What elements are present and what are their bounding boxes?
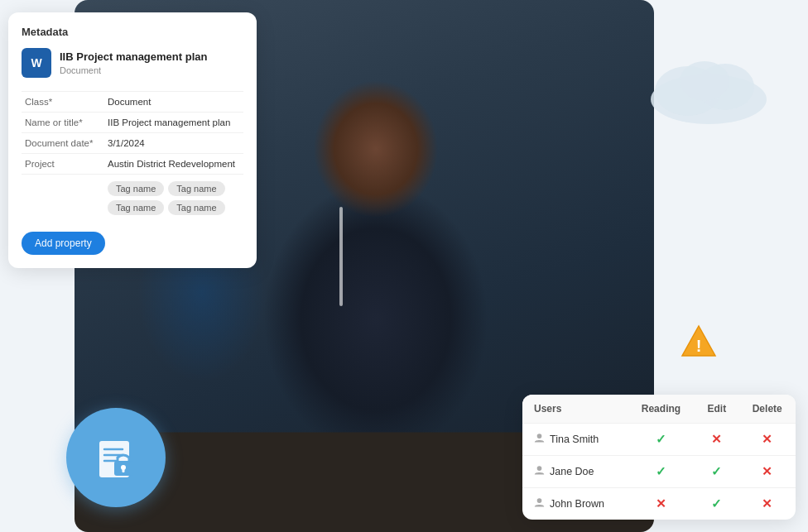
check-jane-edit: ✓ [711,464,722,478]
field-label-name: Name or title* [22,113,104,133]
perm-edit-jane: ✓ [695,456,738,488]
user-icon-john [534,497,545,510]
cross-john-delete: ✕ [762,496,772,510]
tag-2[interactable]: Tag name [168,181,224,196]
check-john-edit: ✓ [711,496,722,510]
doc-name: IIB Project management plan [60,50,207,65]
doc-info: IIB Project management plan Document [60,50,207,76]
svg-point-15 [537,498,542,503]
check-tina-reading: ✓ [656,432,666,446]
warning-icon: ! [681,323,717,362]
doc-type: Document [60,65,207,75]
tag-4[interactable]: Tag name [168,200,224,215]
user-cell-john: John Brown [534,497,618,510]
cross-tina-edit: ✕ [711,432,722,446]
metadata-row-class: Class* Document [22,92,243,113]
metadata-row-name: Name or title* IIB Project management pl… [22,113,243,133]
permissions-header-row: Users Reading Edit Delete [522,395,796,424]
perm-edit-tina: ✕ [695,424,738,456]
perm-row-tina: Tina Smith ✓ ✕ ✕ [522,424,796,456]
tag-1[interactable]: Tag name [108,181,164,196]
metadata-card-title: Metadata [22,26,243,38]
metadata-fields-table: Class* Document Name or title* IIB Proje… [22,91,243,220]
perm-user-tina: Tina Smith [522,424,628,456]
lanyard [339,207,343,306]
metadata-card: Metadata W IIB Project management plan D… [8,12,257,268]
cross-tina-delete: ✕ [762,432,772,446]
perm-reading-jane: ✓ [628,456,695,488]
field-value-date: 3/1/2024 [104,133,243,154]
user-name-john: John Brown [550,498,604,510]
perm-reading-tina: ✓ [628,424,695,456]
tags-container: Tag name Tag name Tag name Tag name [108,181,240,215]
user-name-jane: Jane Doe [550,466,594,477]
svg-point-3 [680,61,729,101]
perm-user-john: John Brown [522,488,628,520]
scene: ! Metadata W IIB Project management plan… [0,0,808,532]
user-icon-jane [534,465,545,478]
col-users: Users [522,395,628,424]
col-delete: Delete [738,395,796,424]
svg-point-13 [537,434,542,439]
cross-jane-delete: ✕ [762,464,772,478]
field-label-date: Document date* [22,133,104,154]
add-property-button[interactable]: Add property [22,232,105,255]
tag-3[interactable]: Tag name [108,200,164,215]
perm-user-jane: Jane Doe [522,456,628,488]
metadata-row-project: Project Austin District Redevelopment [22,154,243,175]
perm-delete-john: ✕ [738,488,796,520]
col-reading: Reading [628,395,695,424]
perm-edit-john: ✓ [695,488,738,520]
field-label-class: Class* [22,92,104,113]
metadata-row-tags: Tag name Tag name Tag name Tag name [22,175,243,221]
permissions-card: Users Reading Edit Delete Tina Smith [522,395,796,520]
field-label-tags [22,175,104,221]
permissions-table: Users Reading Edit Delete Tina Smith [522,395,796,520]
perm-delete-jane: ✕ [738,456,796,488]
cross-john-reading: ✕ [656,496,666,510]
svg-rect-12 [123,468,125,472]
lock-circle-icon [66,408,166,507]
doc-header: W IIB Project management plan Document [22,48,243,78]
field-value-tags: Tag name Tag name Tag name Tag name [104,175,243,221]
perm-delete-tina: ✕ [738,424,796,456]
svg-text:!: ! [696,337,702,355]
user-cell-tina: Tina Smith [534,433,618,446]
field-value-class: Document [104,92,243,113]
field-value-name: IIB Project management plan [104,113,243,133]
doc-word-icon: W [22,48,51,78]
svg-point-14 [537,466,542,471]
user-icon-tina [534,433,545,446]
col-edit: Edit [695,395,738,424]
user-name-tina: Tina Smith [550,434,599,445]
field-label-project: Project [22,154,104,175]
user-cell-jane: Jane Doe [534,465,618,478]
perm-reading-john: ✕ [628,488,695,520]
perm-row-jane: Jane Doe ✓ ✓ ✕ [522,456,796,488]
cloud-decoration [642,50,775,124]
check-jane-reading: ✓ [656,464,666,478]
perm-row-john: John Brown ✕ ✓ ✕ [522,488,796,520]
metadata-row-date: Document date* 3/1/2024 [22,133,243,154]
field-value-project: Austin District Redevelopment [104,154,243,175]
